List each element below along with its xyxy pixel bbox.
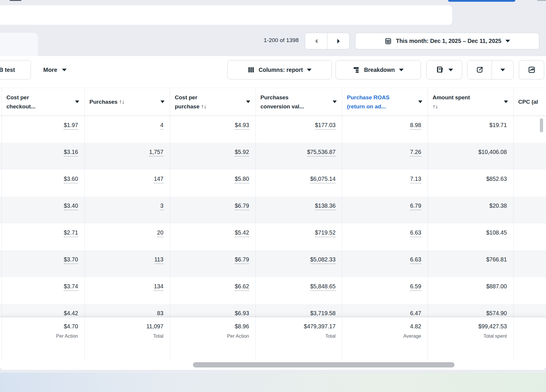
cell-value[interactable]: 134 bbox=[154, 283, 163, 291]
cell-cost_per_checkout: $3.16 bbox=[2, 143, 85, 170]
table-totals-row: $4.70Per Action11,097Total$8.96Per Actio… bbox=[0, 317, 546, 360]
cell-value[interactable]: $6.79 bbox=[235, 256, 249, 264]
column-menu-caret-icon[interactable] bbox=[418, 100, 422, 103]
column-header-label: ↑↓ bbox=[433, 102, 500, 111]
cell-value[interactable]: $75,536.87 bbox=[307, 149, 336, 157]
cell-value[interactable]: $6.62 bbox=[235, 283, 249, 291]
table-row: $3.161,757$5.92$75,536.877.26$10,406.08 bbox=[0, 143, 546, 170]
next-page-button[interactable] bbox=[327, 33, 349, 49]
export-button-group bbox=[467, 60, 514, 79]
column-header-label: Purchase ROAS bbox=[347, 93, 415, 102]
column-header-label: Purchases bbox=[260, 93, 329, 102]
cell-value[interactable]: 8.98 bbox=[410, 122, 421, 130]
totals-cell-purchases: 11,097Total bbox=[85, 317, 170, 360]
column-header-label: CPC (al bbox=[518, 97, 546, 106]
chevron-down-icon bbox=[62, 69, 67, 71]
totals-caption: Per Action bbox=[170, 333, 249, 339]
cell-value[interactable]: $4.93 bbox=[235, 122, 249, 130]
horizontal-scrollbar-thumb[interactable] bbox=[193, 362, 455, 367]
breakdown-button[interactable]: Breakdown bbox=[336, 60, 421, 79]
cell-value[interactable]: 113 bbox=[154, 256, 163, 264]
cell-value[interactable]: 6.63 bbox=[410, 256, 421, 264]
export-button[interactable] bbox=[467, 60, 492, 79]
column-header-amount_spent[interactable]: Amount spent↑↓ bbox=[428, 88, 514, 116]
breakdown-icon bbox=[353, 66, 360, 73]
totals-cell-amount_spent: $99,427.53Total spent bbox=[428, 317, 514, 360]
vertical-scrollbar-thumb[interactable] bbox=[540, 118, 543, 132]
cell-value[interactable]: $4.42 bbox=[64, 310, 78, 317]
cell-value[interactable]: $3.60 bbox=[64, 176, 78, 183]
column-header-cost_per_purchase[interactable]: Cost perpurchase ↑↓ bbox=[170, 88, 256, 116]
view-tab[interactable] bbox=[0, 33, 38, 56]
page-background-gradient bbox=[0, 373, 546, 392]
column-header-label: checkout... bbox=[6, 102, 72, 111]
cell-value[interactable]: 20 bbox=[157, 229, 163, 237]
cell-value[interactable]: 7.26 bbox=[410, 149, 421, 157]
column-header-cpc[interactable]: CPC (al bbox=[514, 88, 546, 116]
cell-cpc bbox=[514, 197, 546, 223]
breakdown-label: Breakdown bbox=[364, 67, 395, 73]
cell-value[interactable]: 3 bbox=[160, 202, 163, 210]
cell-cost_per_checkout: $4.42 bbox=[2, 304, 85, 317]
cell-value[interactable]: $138.36 bbox=[315, 202, 336, 210]
table-row: $2.7120$5.42$719.526.63$108.45 bbox=[0, 223, 546, 250]
cell-purchase_roas: 6.63 bbox=[342, 250, 428, 277]
cell-value[interactable]: 7.13 bbox=[410, 176, 421, 183]
cell-value[interactable]: $1.97 bbox=[64, 122, 78, 130]
cell-value[interactable]: 6.59 bbox=[410, 283, 421, 291]
column-header-conversion_value[interactable]: Purchasesconversion val... bbox=[256, 88, 342, 116]
cell-value[interactable]: $719.52 bbox=[315, 229, 336, 237]
cell-value[interactable]: 6.47 bbox=[410, 310, 421, 317]
more-button[interactable]: More bbox=[43, 60, 67, 79]
cell-value[interactable]: $3.70 bbox=[64, 256, 78, 264]
cell-value[interactable]: $6,075.14 bbox=[310, 176, 336, 183]
cell-value[interactable]: 147 bbox=[154, 176, 163, 183]
totals-cell-cost_per_checkout: $4.70Per Action bbox=[2, 317, 85, 360]
cell-value[interactable]: 83 bbox=[157, 310, 163, 317]
cropped-primary-button[interactable] bbox=[448, 0, 515, 2]
export-options-button[interactable] bbox=[492, 60, 513, 79]
cell-cost_per_checkout: $3.40 bbox=[2, 197, 85, 223]
prev-page-button[interactable] bbox=[305, 33, 327, 49]
chevron-left-icon bbox=[314, 39, 318, 44]
charts-button[interactable] bbox=[519, 60, 544, 79]
table-row: $4.4283$6.93$3,719.586.47$574.90 bbox=[0, 304, 546, 317]
cell-value: $10,406.08 bbox=[478, 149, 507, 155]
column-menu-caret-icon[interactable] bbox=[160, 100, 165, 103]
cell-amount_spent: $10,406.08 bbox=[428, 143, 514, 170]
cell-value[interactable]: $3.40 bbox=[64, 202, 78, 210]
cell-value[interactable]: 1,757 bbox=[149, 149, 163, 157]
columns-label: Columns: report bbox=[259, 67, 303, 73]
column-header-cost_per_checkout[interactable]: Cost percheckout... bbox=[2, 88, 85, 116]
column-menu-caret-icon[interactable] bbox=[504, 100, 508, 103]
cell-value[interactable]: $5,848.65 bbox=[310, 283, 336, 291]
cell-value[interactable]: $3.16 bbox=[64, 149, 78, 157]
cell-value[interactable]: $2.71 bbox=[64, 229, 78, 237]
column-menu-caret-icon[interactable] bbox=[75, 100, 79, 103]
cell-value[interactable]: 6.63 bbox=[410, 229, 421, 237]
cell-value[interactable]: $5.80 bbox=[235, 176, 249, 183]
column-menu-caret-icon[interactable] bbox=[246, 100, 250, 103]
cell-value[interactable]: $5.92 bbox=[235, 149, 249, 157]
chevron-down-icon bbox=[399, 69, 404, 71]
cell-value[interactable]: $5.42 bbox=[235, 229, 249, 237]
cell-conversion_value: $3,719.58 bbox=[256, 304, 342, 317]
column-header-label: Cost per bbox=[175, 93, 243, 102]
cell-value[interactable]: $6.79 bbox=[235, 202, 249, 210]
columns-button[interactable]: Columns: report bbox=[227, 60, 332, 79]
date-range-button[interactable]: This month: Dec 1, 2025 – Dec 11, 2025 bbox=[355, 33, 539, 49]
cell-value[interactable]: 4 bbox=[160, 122, 163, 130]
cell-value[interactable]: $177.03 bbox=[315, 122, 336, 130]
cell-value[interactable]: $6.93 bbox=[235, 310, 249, 317]
cell-purchase_roas: 6.79 bbox=[342, 197, 428, 223]
column-menu-caret-icon[interactable] bbox=[333, 100, 337, 103]
cell-value[interactable]: $3.74 bbox=[64, 283, 78, 291]
reports-button[interactable] bbox=[426, 60, 462, 79]
totals-caption: Total bbox=[256, 333, 336, 339]
column-header-purchase_roas[interactable]: Purchase ROAS(return on ad... bbox=[342, 88, 428, 116]
cell-value[interactable]: $5,082.33 bbox=[310, 256, 336, 264]
cell-value[interactable]: 6.79 bbox=[410, 202, 421, 210]
column-header-purchases[interactable]: Purchases ↑↓ bbox=[85, 88, 170, 116]
cell-value[interactable]: $3,719.58 bbox=[310, 310, 336, 317]
ab-test-button[interactable]: B test bbox=[0, 60, 31, 79]
